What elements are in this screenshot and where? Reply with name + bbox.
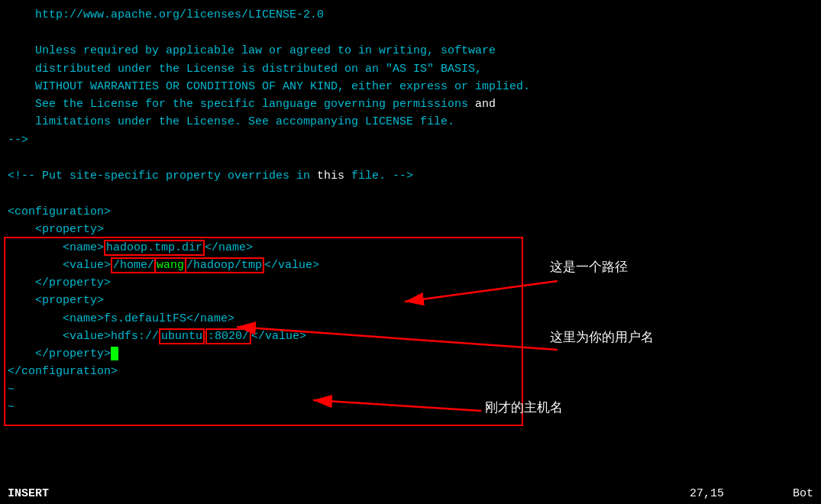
line-tilde2: ~: [8, 399, 813, 416]
status-bar: INSERT 27,15 Bot: [0, 483, 821, 504]
line-url: http://www.apache.org/licenses/LICENSE-2…: [8, 6, 813, 24]
line-without: WITHOUT WARRANTIES OR CONDITIONS OF ANY …: [8, 78, 813, 95]
line-value1: <value>/home/wang/hadoop/tmp</value>: [8, 257, 813, 274]
line-property2-close: </property>: [8, 345, 813, 363]
line-property1-close: </property>: [8, 274, 813, 292]
line-value2: <value>hdfs://ubuntu:8020/</value>: [8, 328, 813, 345]
line-property1-open: <property>: [8, 221, 813, 238]
terminal: http://www.apache.org/licenses/LICENSE-2…: [0, 0, 821, 504]
status-position: 27,15 Bot: [690, 487, 813, 500]
line-configuration-close: </configuration>: [8, 363, 813, 380]
line-limitations: limitations under the License. See accom…: [8, 113, 813, 131]
line-distributed: distributed under the License is distrib…: [8, 60, 813, 78]
line-name1: <name>hadoop.tmp.dir</name>: [8, 239, 813, 257]
line-see: See the License for the specific languag…: [8, 95, 813, 113]
line-unless: Unless required by applicable law or agr…: [8, 42, 813, 60]
line-configuration: <configuration>: [8, 203, 813, 221]
line-property2-open: <property>: [8, 292, 813, 309]
line-put: <!-- Put site-specific property override…: [8, 167, 813, 185]
line-comment-end: -->: [8, 131, 813, 149]
line-name2: <name>fs.defaultFS</name>: [8, 310, 813, 328]
line-tilde1: ~: [8, 381, 813, 399]
status-mode: INSERT: [8, 487, 49, 500]
